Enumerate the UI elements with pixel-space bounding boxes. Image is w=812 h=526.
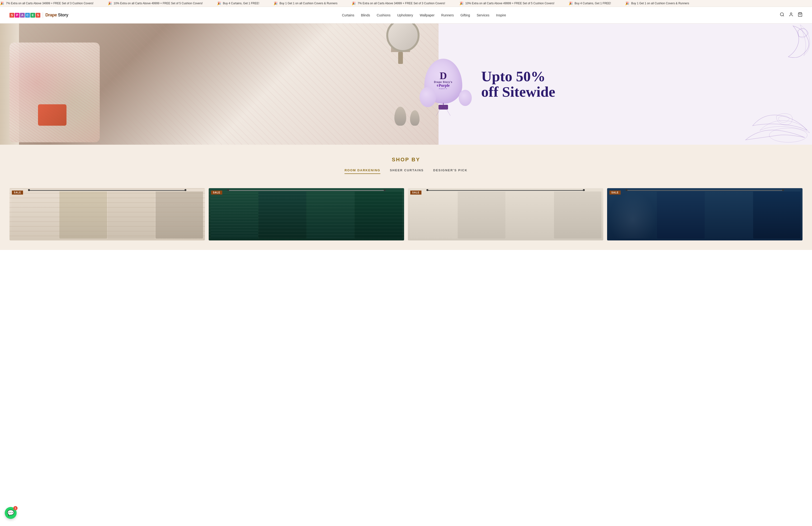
- balloon-strings: [431, 104, 455, 116]
- nav-blinds[interactable]: Blinds: [361, 13, 370, 17]
- logo-letter-c: C: [25, 13, 30, 18]
- svg-point-1: [791, 13, 792, 14]
- sale-badge-4: SALE: [609, 190, 621, 195]
- ticker-item: 🎉 7% Extra on all Carts Above 34999 + FR…: [0, 1, 93, 5]
- curtain-rod-3: [427, 190, 584, 191]
- main-nav: Curtains Blinds Cushions Upholstery Wall…: [342, 13, 506, 17]
- hero-banner: D Drape Story's 6 Purple PARTY: [0, 24, 812, 145]
- product-card-3[interactable]: SALE: [408, 188, 603, 240]
- ticker-inner: 🎉 7% Extra on all Carts Above 34999 + FR…: [0, 1, 689, 5]
- product-card-1[interactable]: SALE: [10, 188, 205, 240]
- product-image-2: [209, 188, 404, 240]
- cart-button[interactable]: [798, 12, 802, 18]
- curtain-rod-4: [626, 190, 783, 191]
- svg-point-0: [780, 13, 783, 16]
- vases: [394, 107, 420, 126]
- tab-room-darkening[interactable]: ROOM DARKENING: [345, 168, 380, 174]
- product-image-3: [408, 188, 603, 240]
- hero-headline-area: Upto 50% off Sitewide: [481, 69, 555, 100]
- logo-letter-p: P: [15, 13, 19, 18]
- hero-image: [0, 24, 438, 145]
- nav-upholstery[interactable]: Upholstery: [397, 13, 413, 17]
- floral-top: [765, 24, 812, 66]
- logo-letter-s: S: [10, 13, 14, 18]
- balloon-event-subtitle: PARTY: [434, 88, 452, 90]
- sale-badge-1: SALE: [12, 190, 23, 195]
- header: S P A C E S Drape Story Curtains Blinds …: [0, 7, 812, 24]
- ticker-item: 🎉 10% Extra on all Carts Above 49999 + F…: [108, 1, 203, 5]
- nav-gifting[interactable]: Gifting: [460, 13, 470, 17]
- logo-letter-s2: S: [35, 13, 40, 18]
- ticker-bar: 🎉 7% Extra on all Carts Above 34999 + FR…: [0, 0, 812, 7]
- ticker-item: 🎉 7% Extra on all Carts Above 34999 + FR…: [352, 1, 445, 5]
- shop-tabs: ROOM DARKENING SHEER CURTAINS DESIGNER'S…: [10, 168, 802, 174]
- brand-name: Drape Story: [45, 13, 68, 18]
- vase-small: [410, 110, 420, 126]
- product-card-2[interactable]: SALE: [209, 188, 404, 240]
- sale-badge-3: SALE: [410, 190, 421, 195]
- person-icon: [789, 12, 794, 17]
- svg-line-6: [443, 104, 450, 116]
- svg-line-5: [436, 104, 443, 116]
- balloon-small-left: [420, 87, 436, 107]
- ticker-item: 🎉 Buy 4 Curtains, Get 1 FREE!: [569, 1, 611, 5]
- shop-by-section: SHOP BY ROOM DARKENING SHEER CURTAINS DE…: [0, 145, 812, 188]
- nav-wallpaper[interactable]: Wallpaper: [420, 13, 435, 17]
- nav-curtains[interactable]: Curtains: [342, 13, 354, 17]
- nav-inspire[interactable]: Inspire: [496, 13, 506, 17]
- balloon-letter: D: [434, 71, 452, 81]
- header-icons: [780, 12, 802, 18]
- sale-badge-2: SALE: [211, 190, 222, 195]
- logo-letter-e: E: [30, 13, 35, 18]
- vase-large: [394, 107, 406, 126]
- nav-services[interactable]: Services: [477, 13, 490, 17]
- logo-divider: [43, 12, 43, 18]
- shop-by-title: SHOP BY: [10, 157, 802, 163]
- person-area: [10, 43, 100, 142]
- balloon-number: 6: [437, 84, 438, 87]
- spaces-logo: S P A C E S: [10, 13, 40, 18]
- search-icon: [780, 12, 784, 17]
- tab-sheer-curtains[interactable]: SHEER CURTAINS: [390, 168, 424, 174]
- balloon-text: D Drape Story's 6 Purple PARTY: [434, 71, 452, 90]
- account-button[interactable]: [789, 12, 794, 18]
- tab-designers-pick[interactable]: DESIGNER'S PICK: [433, 168, 467, 174]
- cushion: [38, 104, 67, 126]
- nav-runners[interactable]: Runners: [441, 13, 454, 17]
- hero-headline: Upto 50% off Sitewide: [481, 69, 555, 100]
- product-image-4: [607, 188, 802, 240]
- balloon-event-name: Purple: [439, 83, 450, 88]
- curtain-rod-2: [228, 190, 385, 191]
- balloon-brand-name: Drape Story's: [434, 81, 452, 83]
- nav-cushions[interactable]: Cushions: [377, 13, 390, 17]
- cart-icon: [798, 12, 802, 17]
- product-card-4[interactable]: SALE: [607, 188, 802, 240]
- ticker-item: 🎉 Buy 1 Get 1 on all Cushion Covers & Ru…: [274, 1, 337, 5]
- hero-promo: D Drape Story's 6 Purple PARTY: [438, 24, 812, 145]
- curtain-rod-1: [29, 190, 185, 191]
- search-button[interactable]: [780, 12, 784, 18]
- logo-letter-a: A: [20, 13, 25, 18]
- ticker-item: 🎉 10% Extra on all Carts Above 49999 + F…: [460, 1, 554, 5]
- logo[interactable]: S P A C E S Drape Story: [10, 12, 68, 18]
- balloon-small-right: [459, 90, 472, 106]
- hero-photo: [0, 24, 438, 145]
- ticker-item: 🎉 Buy 4 Curtains, Get 1 FREE!: [217, 1, 259, 5]
- product-grid: SALE SALE SAL: [0, 188, 812, 250]
- ticker-item: 🎉 Buy 1 Get 1 on all Cushion Covers & Ru…: [625, 1, 689, 5]
- balloon-graphic: D Drape Story's 6 Purple PARTY: [424, 59, 462, 110]
- product-image-1: [10, 188, 205, 240]
- floral-bottom: [741, 107, 812, 145]
